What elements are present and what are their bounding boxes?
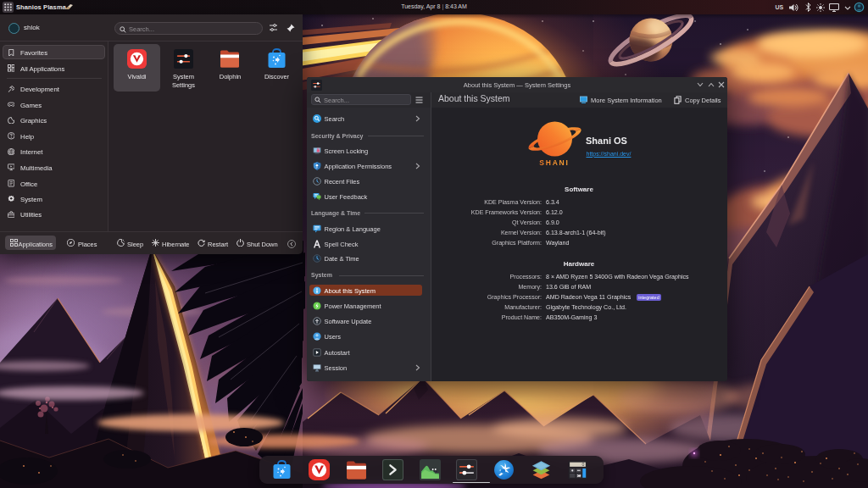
svg-text:0: 0 [582, 462, 585, 467]
